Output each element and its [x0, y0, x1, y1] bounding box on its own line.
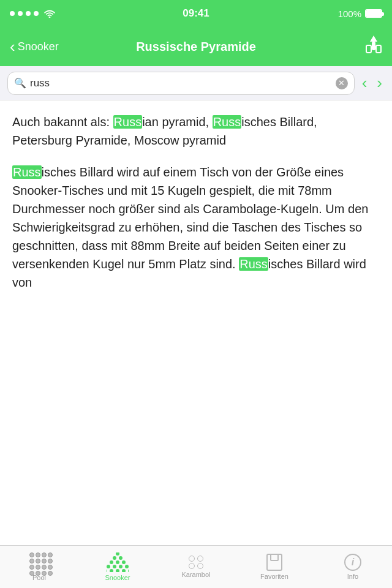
search-icon: 🔍 — [14, 77, 26, 89]
back-label: Snooker — [18, 40, 59, 53]
back-button[interactable]: ‹ Snooker — [10, 39, 59, 55]
svg-point-19 — [128, 569, 129, 572]
search-field-container: 🔍 ✕ — [7, 72, 355, 95]
svg-point-8 — [110, 560, 113, 564]
svg-rect-1 — [372, 42, 375, 50]
share-icon — [365, 36, 382, 55]
pool-icon — [29, 552, 49, 572]
svg-point-18 — [122, 569, 126, 572]
wifi-icon — [44, 9, 55, 18]
karambol-icon — [189, 556, 203, 569]
svg-point-10 — [122, 560, 126, 564]
battery-icon — [365, 9, 382, 18]
search-prev-button[interactable]: ‹ — [360, 74, 370, 92]
info-icon: i — [344, 554, 361, 571]
signal-dots — [10, 9, 55, 18]
paragraph-2-text: isches Billard wird auf einem Tisch von … — [12, 165, 368, 271]
svg-marker-2 — [370, 36, 377, 42]
tab-info-label: Info — [347, 573, 358, 580]
tab-info[interactable]: i Info — [314, 546, 392, 588]
svg-point-15 — [107, 569, 107, 572]
tab-bar: Pool Snooker — [0, 545, 392, 588]
paragraph-1-prefix: Auch bakannt als: — [12, 115, 113, 129]
highlight-russ-3: Russ — [12, 165, 42, 179]
tab-favoriten[interactable]: Favoriten — [235, 546, 314, 588]
svg-point-11 — [107, 565, 110, 568]
svg-rect-3 — [366, 45, 371, 53]
svg-point-5 — [116, 552, 119, 556]
highlight-russ-4: Russ — [239, 257, 268, 271]
svg-point-14 — [125, 565, 129, 568]
tab-snooker-label: Snooker — [105, 574, 130, 581]
status-bar: 09:41 100% — [0, 0, 392, 27]
svg-point-7 — [119, 556, 123, 560]
tab-karambol-label: Karambol — [181, 571, 210, 578]
signal-dot — [18, 11, 23, 16]
svg-rect-21 — [271, 554, 278, 560]
snooker-icon — [107, 552, 129, 572]
page-title: Russische Pyramide — [136, 40, 256, 54]
status-time: 09:41 — [183, 7, 209, 20]
paragraph-2: Russisches Billard wird auf einem Tisch … — [12, 163, 380, 292]
tab-pool-label: Pool — [32, 574, 46, 581]
signal-dot — [26, 11, 31, 16]
favoriten-icon — [265, 554, 284, 571]
svg-point-13 — [119, 565, 123, 568]
share-button[interactable] — [365, 36, 382, 58]
svg-rect-20 — [267, 554, 282, 570]
tab-snooker[interactable]: Snooker — [78, 546, 157, 588]
paragraph-1: Auch bakannt als: Russian pyramid, Russi… — [12, 113, 380, 149]
article-content: Auch bakannt als: Russian pyramid, Russi… — [0, 100, 392, 545]
battery-area: 100% — [338, 9, 382, 19]
search-bar: 🔍 ✕ ‹ › — [0, 66, 392, 100]
search-next-button[interactable]: › — [374, 74, 385, 92]
svg-point-9 — [116, 560, 119, 564]
svg-point-6 — [113, 556, 116, 560]
highlight-russ-1: Russ — [113, 115, 143, 129]
svg-point-12 — [113, 565, 116, 568]
signal-dot — [10, 11, 15, 16]
signal-dot — [34, 11, 39, 16]
svg-point-0 — [49, 17, 51, 18]
tab-karambol[interactable]: Karambol — [157, 546, 235, 588]
search-clear-button[interactable]: ✕ — [336, 77, 348, 89]
nav-bar: ‹ Snooker Russische Pyramide — [0, 27, 392, 66]
svg-point-16 — [110, 569, 113, 572]
back-chevron-icon: ‹ — [10, 39, 15, 55]
paragraph-1-mid1: ian pyramid, — [142, 115, 213, 129]
svg-point-17 — [116, 569, 119, 572]
search-input[interactable] — [30, 77, 332, 89]
highlight-russ-2: Russ — [213, 115, 242, 129]
svg-rect-4 — [376, 45, 381, 53]
tab-pool[interactable]: Pool — [0, 546, 78, 588]
tab-favoriten-label: Favoriten — [260, 573, 288, 580]
battery-percent: 100% — [338, 9, 361, 19]
